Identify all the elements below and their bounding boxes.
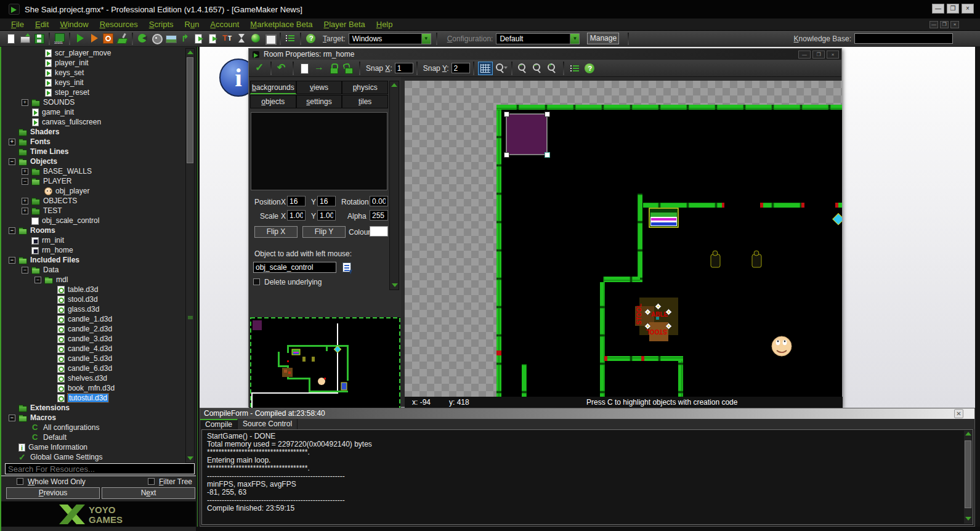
- scrollbar-thumb[interactable]: [187, 57, 193, 163]
- manage-button[interactable]: Manage: [587, 33, 619, 44]
- collapse-icon[interactable]: −: [9, 257, 15, 264]
- tree-item-label[interactable]: keys_set: [55, 68, 84, 77]
- mdi-minimize-button[interactable]: —: [929, 21, 938, 28]
- scroll-down-icon[interactable]: [187, 456, 193, 460]
- scale-x-input[interactable]: [287, 210, 306, 221]
- tab-views[interactable]: views: [296, 81, 342, 94]
- selected-object[interactable]: [504, 112, 550, 158]
- tree-item-label[interactable]: glass.d3d: [68, 305, 99, 314]
- shelf-sprite[interactable]: [649, 208, 678, 227]
- tree-item-label[interactable]: Fonts: [30, 137, 51, 146]
- scrollbar-grip[interactable]: [188, 316, 193, 317]
- new-sprite-icon[interactable]: [136, 33, 149, 44]
- configuration-dropdown[interactable]: Default ▼: [496, 33, 580, 44]
- room-maximize-button[interactable]: ❐: [812, 51, 825, 59]
- expand-icon[interactable]: +: [22, 99, 28, 106]
- close-button[interactable]: ×: [962, 4, 974, 14]
- object-add-input[interactable]: [253, 262, 336, 273]
- tab-objects[interactable]: objects: [250, 95, 296, 108]
- open-project-icon[interactable]: [18, 33, 31, 44]
- tree-item-game-information[interactable]: Game Information: [5, 442, 187, 452]
- collapse-icon[interactable]: −: [22, 267, 28, 274]
- tree-item-label[interactable]: game_init: [42, 108, 74, 116]
- tree-item-label[interactable]: candle_2.d3d: [68, 325, 112, 333]
- tree-item-all-configurations[interactable]: All configurations: [5, 423, 187, 432]
- tree-item-label[interactable]: Data: [43, 266, 59, 274]
- run-debug-icon[interactable]: [87, 33, 100, 44]
- tree-item-table-d3d[interactable]: table.d3d: [5, 285, 187, 294]
- expand-icon[interactable]: +: [22, 198, 28, 205]
- new-background-icon[interactable]: [164, 33, 177, 44]
- close-icon[interactable]: ✕: [954, 409, 963, 418]
- mdi-restore-button[interactable]: ❐: [940, 21, 949, 28]
- tree-item-rooms[interactable]: −Rooms: [5, 225, 187, 235]
- room-minimize-button[interactable]: —: [798, 51, 811, 59]
- menu-run[interactable]: Run: [185, 20, 200, 29]
- position-x-input[interactable]: [287, 196, 306, 206]
- flip-x-button[interactable]: Flip X: [254, 226, 298, 238]
- room-close-button[interactable]: ×: [827, 51, 839, 59]
- tree-item-label[interactable]: Global Game Settings: [30, 453, 102, 461]
- compile-scrollbar[interactable]: [964, 431, 973, 524]
- new-timeline-icon[interactable]: [235, 33, 248, 44]
- new-font-icon[interactable]: [221, 33, 234, 44]
- tree-item-time-lines[interactable]: Time Lines: [5, 147, 187, 156]
- snap-y-input[interactable]: [452, 63, 470, 73]
- menu-player-beta[interactable]: Player Beta: [324, 20, 365, 29]
- tree-item-label[interactable]: Rooms: [30, 226, 55, 235]
- tree-item-label[interactable]: candle_1.d3d: [68, 315, 112, 323]
- zoom-reset-icon[interactable]: −: [531, 62, 545, 75]
- stop-icon[interactable]: [102, 33, 115, 44]
- tree-item-extensions[interactable]: Extensions: [5, 403, 187, 413]
- menu-help[interactable]: Help: [376, 20, 393, 29]
- resource-list-icon[interactable]: [568, 62, 581, 75]
- new-sound-icon[interactable]: [150, 33, 163, 44]
- tree-item-default[interactable]: Default: [5, 432, 187, 442]
- scrollbar-thumb[interactable]: [965, 440, 971, 508]
- collapse-icon[interactable]: −: [9, 158, 15, 165]
- tree-item-candle-5-d3d[interactable]: candle_5.d3d: [5, 354, 187, 363]
- tree-item-label[interactable]: Default: [43, 433, 67, 442]
- menu-account[interactable]: Account: [210, 20, 239, 29]
- tree-item-fonts[interactable]: +Fonts: [5, 137, 187, 147]
- scale-y-input[interactable]: [317, 210, 336, 221]
- tree-item-label[interactable]: Shaders: [30, 128, 59, 136]
- tab-settings[interactable]: settings: [296, 95, 342, 108]
- tree-item-shaders[interactable]: Shaders: [5, 127, 187, 137]
- tree-item-label[interactable]: table.d3d: [68, 285, 98, 294]
- new-script-icon[interactable]: [193, 33, 206, 44]
- tree-item-player[interactable]: −PLAYER: [5, 176, 187, 186]
- tree-item-objects[interactable]: +OBJECTS: [5, 196, 187, 206]
- tree-item-rm-home[interactable]: rm_home: [5, 245, 187, 255]
- tree-item-label[interactable]: keys_init: [55, 78, 84, 87]
- tree-item-label[interactable]: TEST: [43, 206, 62, 215]
- tab-tiles[interactable]: tiles: [342, 95, 388, 108]
- tab-physics[interactable]: physics: [342, 81, 388, 94]
- expand-icon[interactable]: +: [22, 208, 28, 214]
- new-object-icon[interactable]: [249, 33, 262, 44]
- tree-item-label[interactable]: candle_3.d3d: [68, 334, 112, 343]
- tree-item-label[interactable]: stool.d3d: [68, 295, 98, 304]
- scroll-up-icon[interactable]: [391, 83, 397, 87]
- tree-item-global-game-settings[interactable]: Global Game Settings: [5, 452, 187, 462]
- expand-icon[interactable]: +: [9, 139, 15, 145]
- knowledge-base-input[interactable]: [854, 33, 953, 44]
- tree-item-label[interactable]: PLAYER: [43, 177, 71, 185]
- snap-x-input[interactable]: [395, 63, 413, 73]
- tree-item-shelves-d3d[interactable]: shelves.d3d: [5, 373, 187, 383]
- tree-item-candle-2-d3d[interactable]: candle_2.d3d: [5, 324, 187, 334]
- menu-window[interactable]: Window: [60, 20, 88, 29]
- tree-item-label[interactable]: mdl: [56, 275, 68, 284]
- tree-item-objects[interactable]: −Objects: [5, 156, 187, 166]
- tree-item-label[interactable]: Time Lines: [30, 147, 68, 156]
- menu-edit[interactable]: Edit: [35, 20, 49, 29]
- tree-item-canvas-fullscreen[interactable]: canvas_fullscreen: [5, 117, 187, 127]
- position-y-input[interactable]: [317, 196, 336, 206]
- compile-header[interactable]: CompileForm - Compiled at:23:58:40: [200, 408, 974, 419]
- tree-item-scr-player-move[interactable]: scr_player_move: [5, 48, 187, 58]
- clean-cache-icon[interactable]: [116, 33, 129, 44]
- run-icon[interactable]: [73, 33, 86, 44]
- next-button[interactable]: Next: [102, 487, 195, 499]
- object-select-icon[interactable]: [342, 262, 351, 272]
- flip-y-button[interactable]: Flip Y: [302, 226, 346, 238]
